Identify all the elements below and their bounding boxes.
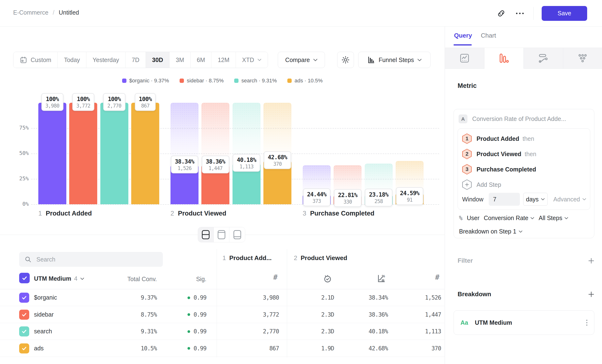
conversion-rate-label: Conversion Rate	[484, 214, 528, 222]
conversion-rate-column-icon[interactable]: %	[375, 274, 388, 283]
all-steps-select[interactable]: All Steps	[538, 214, 568, 222]
funnel-bar[interactable]	[131, 103, 159, 204]
view-toggle	[198, 227, 245, 242]
window-value-input[interactable]	[489, 193, 520, 206]
bar-value-label: 38.34%1,526	[171, 156, 198, 173]
count-column-icon[interactable]: #	[430, 273, 445, 281]
tab-flows-chart[interactable]	[524, 48, 563, 69]
breakdown-property-card[interactable]: Aa UTM Medium	[453, 310, 594, 335]
row-significance: 0.99	[187, 328, 206, 335]
metric-title-row[interactable]: A Conversion Rate of Product Adde...	[459, 115, 566, 123]
row-step1-count: 3,980	[263, 294, 279, 301]
significance-dot	[187, 330, 190, 333]
time-to-convert-icon[interactable]	[321, 274, 334, 283]
add-step-button[interactable]: Add Step	[462, 177, 586, 192]
count-column-icon[interactable]: #	[268, 273, 283, 281]
row-checkbox[interactable]	[19, 310, 29, 320]
row-checkbox[interactable]	[19, 326, 29, 336]
bar-conversion-pct: 22.81%	[338, 192, 357, 199]
bar-conversion-pct: 100%	[45, 96, 59, 103]
row-name[interactable]: $organic	[34, 294, 57, 301]
row-step2-conv: 40.18%	[368, 328, 388, 335]
breadcrumb-separator: /	[53, 9, 54, 16]
window-unit-select[interactable]: days	[523, 193, 548, 206]
table-header: UTM Medium 4 Total Conv. Sig. # % #	[0, 269, 445, 289]
funnel-chart: 75%50%25%0%100%3,98038.34%1,52624.44%373…	[0, 0, 445, 249]
view-toggle-chart[interactable]	[214, 227, 230, 242]
funnel-bar[interactable]	[69, 103, 97, 204]
kebab-menu-icon[interactable]	[586, 320, 587, 326]
more-menu-button[interactable]	[515, 8, 525, 19]
row-avg-time: 2.1D	[321, 294, 334, 301]
bar-count: 370	[268, 161, 287, 167]
tab-grid-more[interactable]	[563, 48, 602, 69]
metric-step-3[interactable]: 3Purchase Completed	[462, 162, 586, 176]
funnel-bar[interactable]	[38, 103, 66, 204]
bar-value-label: 24.59%91	[396, 187, 423, 205]
bar-value-label: 22.81%330	[334, 189, 362, 207]
breakdown-on-step-select[interactable]: Breakdown on Step 1	[459, 228, 523, 235]
column-header-total-conv[interactable]: Total Conv.	[127, 276, 157, 283]
view-toggle-split[interactable]	[198, 227, 214, 242]
row-total-conv: 10.5%	[141, 345, 157, 352]
metric-heading: Metric	[458, 82, 477, 90]
topbar-actions: Save	[496, 0, 587, 27]
metric-step-1[interactable]: 1Product Addedthen	[462, 131, 586, 146]
group-step-name: Product Viewed	[301, 254, 347, 262]
bar-count: 258	[369, 199, 388, 204]
row-name[interactable]: ads	[34, 345, 43, 352]
funnel-bar[interactable]	[100, 103, 128, 204]
bar-value-label: 24.44%373	[303, 188, 331, 206]
breadcrumb-project[interactable]: E-Commerce	[13, 9, 48, 16]
bar-value-label: 23.18%258	[365, 189, 392, 206]
bar-count: 1,447	[206, 165, 225, 171]
tab-line-chart[interactable]	[445, 48, 484, 69]
bar-count: 1,526	[175, 165, 194, 171]
select-all-checkbox[interactable]	[19, 273, 30, 283]
bar-count: 330	[338, 199, 357, 205]
row-step2-conv: 42.68%	[368, 345, 388, 352]
advanced-toggle[interactable]: Advanced	[553, 196, 586, 203]
row-total-conv: 9.37%	[141, 294, 157, 301]
bar-value-label: 100%2,770	[103, 93, 125, 111]
window-label: Window	[462, 196, 484, 203]
view-toggle-table[interactable]	[229, 227, 245, 242]
share-link-button[interactable]	[496, 8, 506, 19]
add-breakdown-button[interactable]	[588, 291, 595, 298]
row-checkbox[interactable]	[19, 343, 29, 353]
bar-value-label: 38.36%1,447	[202, 156, 229, 173]
row-total-conv: 9.31%	[141, 328, 157, 335]
chevron-down-icon	[582, 198, 586, 200]
metric-badge: A	[459, 115, 467, 123]
breadcrumb: E-Commerce / Untitled	[13, 9, 79, 16]
table-group-column[interactable]: UTM Medium 4	[34, 275, 84, 282]
conversion-rate-select[interactable]: Conversion Rate	[484, 214, 534, 222]
breadcrumb-page[interactable]: Untitled	[59, 9, 79, 16]
tab-chart[interactable]: Chart	[481, 32, 496, 39]
measured-as-user[interactable]: User	[467, 214, 479, 222]
add-filter-button[interactable]	[588, 257, 595, 264]
row-checkbox[interactable]	[19, 293, 29, 303]
metric-step-2[interactable]: 2Product Viewedthen	[462, 147, 586, 161]
tab-funnel-chart[interactable]	[484, 48, 524, 69]
bar-conversion-pct: 100%	[139, 96, 152, 103]
tab-query[interactable]: Query	[454, 32, 472, 39]
row-step2-count: 1,113	[425, 328, 441, 335]
row-name[interactable]: sidebar	[34, 311, 54, 318]
bar-count: 2,770	[107, 103, 121, 109]
add-step-hexagon-icon	[462, 179, 472, 190]
bar-conversion-pct: 38.36%	[206, 158, 225, 165]
step-suffix: then	[525, 151, 536, 158]
main-pane: CustomTodayYesterday7D30D3M6M12MXTD Comp…	[0, 0, 445, 364]
query-panel: Query Chart	[445, 27, 602, 364]
funnel-step-label: 3Purchase Completed	[303, 210, 375, 217]
search-input[interactable]	[36, 256, 158, 263]
bar-count: 3,772	[76, 103, 90, 109]
y-axis-tick: 75%	[7, 125, 29, 131]
row-step2-conv: 38.34%	[368, 294, 388, 301]
save-button[interactable]: Save	[542, 6, 587, 21]
column-header-sig[interactable]: Sig.	[196, 276, 206, 283]
row-name[interactable]: search	[34, 328, 52, 335]
line-chart-icon	[459, 53, 470, 64]
table-row: sidebar8.75%0.993,7722.3D38.36%1,447	[0, 306, 445, 323]
